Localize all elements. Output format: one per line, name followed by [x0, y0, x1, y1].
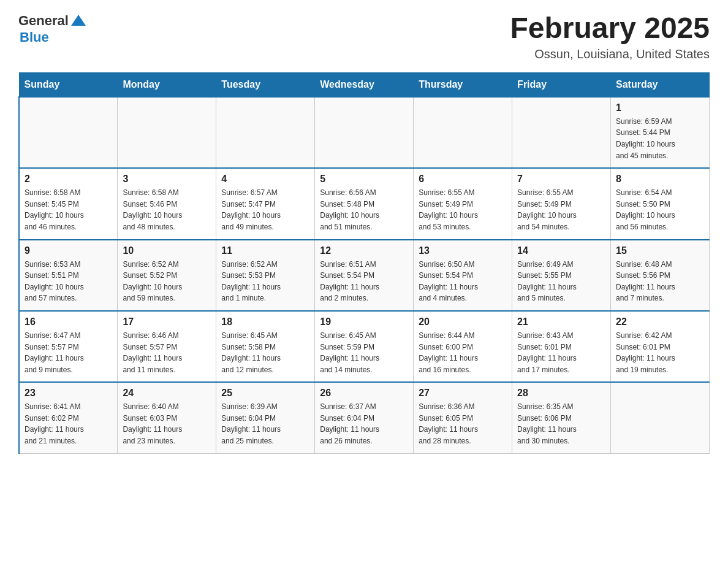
- calendar-cell: [611, 382, 710, 453]
- day-number: 19: [320, 316, 408, 327]
- logo-triangle-icon: [70, 12, 87, 29]
- day-info: Sunrise: 6:50 AMSunset: 5:54 PMDaylight:…: [419, 259, 507, 304]
- header-day-friday: Friday: [512, 72, 611, 97]
- calendar-cell: 19Sunrise: 6:45 AMSunset: 5:59 PMDayligh…: [315, 311, 414, 382]
- day-info: Sunrise: 6:53 AMSunset: 5:51 PMDaylight:…: [25, 259, 112, 304]
- calendar-week-row: 1Sunrise: 6:59 AMSunset: 5:44 PMDaylight…: [19, 97, 710, 168]
- day-info: Sunrise: 6:36 AMSunset: 6:05 PMDaylight:…: [419, 401, 507, 446]
- day-info: Sunrise: 6:58 AMSunset: 5:45 PMDaylight:…: [25, 187, 112, 232]
- day-info: Sunrise: 6:52 AMSunset: 5:52 PMDaylight:…: [123, 259, 211, 304]
- day-number: 3: [123, 174, 211, 185]
- calendar-week-row: 9Sunrise: 6:53 AMSunset: 5:51 PMDaylight…: [19, 240, 710, 311]
- day-info: Sunrise: 6:46 AMSunset: 5:57 PMDaylight:…: [123, 330, 211, 375]
- day-number: 11: [221, 245, 309, 256]
- day-number: 22: [616, 316, 704, 327]
- header-day-tuesday: Tuesday: [216, 72, 315, 97]
- day-info: Sunrise: 6:45 AMSunset: 5:59 PMDaylight:…: [320, 330, 408, 375]
- calendar-cell: 3Sunrise: 6:58 AMSunset: 5:46 PMDaylight…: [118, 168, 216, 239]
- calendar-cell: 4Sunrise: 6:57 AMSunset: 5:47 PMDaylight…: [216, 168, 315, 239]
- day-number: 5: [320, 174, 408, 185]
- title-block: February 2025 Ossun, Louisiana, United S…: [510, 12, 710, 61]
- day-info: Sunrise: 6:44 AMSunset: 6:00 PMDaylight:…: [419, 330, 507, 375]
- calendar-cell: 22Sunrise: 6:42 AMSunset: 6:01 PMDayligh…: [611, 311, 710, 382]
- calendar-cell: 27Sunrise: 6:36 AMSunset: 6:05 PMDayligh…: [414, 382, 512, 453]
- day-number: 14: [517, 245, 605, 256]
- day-info: Sunrise: 6:43 AMSunset: 6:01 PMDaylight:…: [517, 330, 605, 375]
- calendar-cell: [19, 97, 118, 168]
- calendar-week-row: 23Sunrise: 6:41 AMSunset: 6:02 PMDayligh…: [19, 382, 710, 453]
- calendar-subtitle: Ossun, Louisiana, United States: [510, 47, 710, 61]
- header-row: SundayMondayTuesdayWednesdayThursdayFrid…: [19, 72, 710, 97]
- logo-blue-text: Blue: [20, 29, 49, 45]
- header-day-saturday: Saturday: [611, 72, 710, 97]
- calendar-table: SundayMondayTuesdayWednesdayThursdayFrid…: [18, 72, 710, 454]
- day-info: Sunrise: 6:35 AMSunset: 6:06 PMDaylight:…: [517, 401, 605, 446]
- day-number: 17: [123, 316, 211, 327]
- day-info: Sunrise: 6:40 AMSunset: 6:03 PMDaylight:…: [123, 401, 211, 446]
- day-number: 2: [25, 174, 112, 185]
- calendar-cell: [414, 97, 512, 168]
- calendar-cell: 2Sunrise: 6:58 AMSunset: 5:45 PMDaylight…: [19, 168, 118, 239]
- calendar-cell: 8Sunrise: 6:54 AMSunset: 5:50 PMDaylight…: [611, 168, 710, 239]
- day-info: Sunrise: 6:55 AMSunset: 5:49 PMDaylight:…: [517, 187, 605, 232]
- calendar-cell: 23Sunrise: 6:41 AMSunset: 6:02 PMDayligh…: [19, 382, 118, 453]
- page-header: General Blue February 2025 Ossun, Louisi…: [18, 12, 710, 61]
- calendar-week-row: 2Sunrise: 6:58 AMSunset: 5:45 PMDaylight…: [19, 168, 710, 239]
- calendar-cell: 24Sunrise: 6:40 AMSunset: 6:03 PMDayligh…: [118, 382, 216, 453]
- logo: General Blue: [18, 12, 88, 45]
- calendar-cell: 21Sunrise: 6:43 AMSunset: 6:01 PMDayligh…: [512, 311, 611, 382]
- header-day-monday: Monday: [118, 72, 216, 97]
- calendar-cell: 13Sunrise: 6:50 AMSunset: 5:54 PMDayligh…: [414, 240, 512, 311]
- calendar-cell: 15Sunrise: 6:48 AMSunset: 5:56 PMDayligh…: [611, 240, 710, 311]
- day-info: Sunrise: 6:49 AMSunset: 5:55 PMDaylight:…: [517, 259, 605, 304]
- calendar-cell: 16Sunrise: 6:47 AMSunset: 5:57 PMDayligh…: [19, 311, 118, 382]
- day-number: 15: [616, 245, 704, 256]
- day-info: Sunrise: 6:39 AMSunset: 6:04 PMDaylight:…: [221, 401, 309, 446]
- day-number: 6: [419, 174, 507, 185]
- calendar-cell: 10Sunrise: 6:52 AMSunset: 5:52 PMDayligh…: [118, 240, 216, 311]
- day-number: 1: [616, 102, 704, 113]
- day-number: 28: [517, 388, 605, 399]
- calendar-cell: 6Sunrise: 6:55 AMSunset: 5:49 PMDaylight…: [414, 168, 512, 239]
- day-number: 25: [221, 388, 309, 399]
- day-number: 9: [25, 245, 112, 256]
- day-info: Sunrise: 6:57 AMSunset: 5:47 PMDaylight:…: [221, 187, 309, 232]
- day-info: Sunrise: 6:51 AMSunset: 5:54 PMDaylight:…: [320, 259, 408, 304]
- day-info: Sunrise: 6:55 AMSunset: 5:49 PMDaylight:…: [419, 187, 507, 232]
- day-number: 13: [419, 245, 507, 256]
- day-info: Sunrise: 6:52 AMSunset: 5:53 PMDaylight:…: [221, 259, 309, 304]
- day-number: 7: [517, 174, 605, 185]
- calendar-cell: 12Sunrise: 6:51 AMSunset: 5:54 PMDayligh…: [315, 240, 414, 311]
- day-info: Sunrise: 6:59 AMSunset: 5:44 PMDaylight:…: [616, 116, 704, 161]
- day-info: Sunrise: 6:58 AMSunset: 5:46 PMDaylight:…: [123, 187, 211, 232]
- day-number: 18: [221, 316, 309, 327]
- calendar-cell: 17Sunrise: 6:46 AMSunset: 5:57 PMDayligh…: [118, 311, 216, 382]
- calendar-cell: 1Sunrise: 6:59 AMSunset: 5:44 PMDaylight…: [611, 97, 710, 168]
- header-day-sunday: Sunday: [19, 72, 118, 97]
- calendar-body: 1Sunrise: 6:59 AMSunset: 5:44 PMDaylight…: [19, 97, 710, 453]
- calendar-cell: [118, 97, 216, 168]
- calendar-cell: 5Sunrise: 6:56 AMSunset: 5:48 PMDaylight…: [315, 168, 414, 239]
- calendar-cell: [512, 97, 611, 168]
- svg-marker-0: [71, 15, 86, 26]
- day-info: Sunrise: 6:54 AMSunset: 5:50 PMDaylight:…: [616, 187, 704, 232]
- calendar-cell: 20Sunrise: 6:44 AMSunset: 6:00 PMDayligh…: [414, 311, 512, 382]
- calendar-cell: [315, 97, 414, 168]
- header-day-wednesday: Wednesday: [315, 72, 414, 97]
- calendar-cell: 25Sunrise: 6:39 AMSunset: 6:04 PMDayligh…: [216, 382, 315, 453]
- calendar-cell: 28Sunrise: 6:35 AMSunset: 6:06 PMDayligh…: [512, 382, 611, 453]
- day-number: 12: [320, 245, 408, 256]
- calendar-cell: 9Sunrise: 6:53 AMSunset: 5:51 PMDaylight…: [19, 240, 118, 311]
- day-number: 27: [419, 388, 507, 399]
- day-info: Sunrise: 6:48 AMSunset: 5:56 PMDaylight:…: [616, 259, 704, 304]
- day-number: 23: [25, 388, 112, 399]
- day-info: Sunrise: 6:37 AMSunset: 6:04 PMDaylight:…: [320, 401, 408, 446]
- header-day-thursday: Thursday: [414, 72, 512, 97]
- day-info: Sunrise: 6:41 AMSunset: 6:02 PMDaylight:…: [25, 401, 112, 446]
- day-info: Sunrise: 6:56 AMSunset: 5:48 PMDaylight:…: [320, 187, 408, 232]
- day-number: 20: [419, 316, 507, 327]
- calendar-cell: [216, 97, 315, 168]
- day-number: 21: [517, 316, 605, 327]
- day-info: Sunrise: 6:42 AMSunset: 6:01 PMDaylight:…: [616, 330, 704, 375]
- calendar-title: February 2025: [510, 12, 710, 45]
